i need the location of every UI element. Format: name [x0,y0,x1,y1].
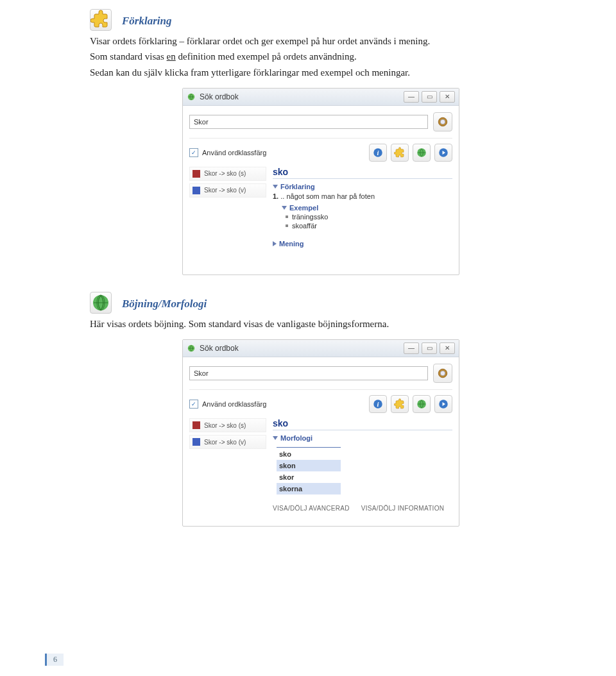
color-swatch [193,187,200,194]
play-icon-button[interactable] [434,144,452,162]
exempel-label: Exempel [289,204,318,212]
headword: sko [273,418,452,430]
search-input[interactable] [189,366,428,380]
matches-list: Skor -> sko (s) Skor -> sko (v) [189,167,266,267]
toggle-information-link[interactable]: VISA/DÖLJ INFORMATION [361,505,444,512]
match-item[interactable]: Skor -> sko (v) [189,183,266,198]
exempel-header[interactable]: Exempel [282,204,452,212]
app-window-forklaring: Sök ordbok — ▭ ✕ ✓ Använd ordklassfärg [182,88,459,275]
search-button[interactable] [433,112,452,131]
section2-desc: Här visas ordets böjning. Som standard v… [90,317,552,330]
maximize-button[interactable]: ▭ [422,342,437,354]
match-text: Skor -> sko (v) [204,187,246,194]
morph-row: skorna [277,483,341,494]
toggle-advanced-link[interactable]: VISA/DÖLJ AVANCERAD [273,505,350,512]
titlebar: Sök ordbok — ▭ ✕ [183,89,459,106]
match-text: Skor -> sko (s) [204,170,246,177]
divider [189,389,452,390]
morph-row: sko [277,447,341,460]
match-text: Skor -> sko (v) [204,439,246,446]
text: definition med exempel på ordets användn… [176,51,357,62]
use-color-label: Använd ordklassfärg [202,149,266,156]
text-underline: en [167,51,176,62]
titlebar: Sök ordbok — ▭ ✕ [183,340,459,357]
search-input[interactable] [189,115,428,129]
morph-row: skor [277,471,341,483]
chevron-down-icon [282,206,287,210]
divider [189,138,452,139]
def-text: .. något som man har på foten [280,192,375,200]
app-icon [187,92,196,101]
close-button[interactable]: ✕ [440,91,455,103]
chevron-right-icon [273,241,277,246]
play-icon-button[interactable] [434,395,452,413]
chevron-down-icon [273,436,278,440]
window-title: Sök ordbok [200,344,239,353]
app-icon [187,344,196,353]
morphology-table: sko skon skor skorna [277,447,341,494]
search-button[interactable] [433,364,452,383]
use-color-checkbox[interactable]: ✓ [189,148,198,157]
definition-line: 1. .. något som man har på foten [273,192,452,200]
color-swatch [193,421,200,429]
app-window-morfologi: Sök ordbok — ▭ ✕ ✓ Använd ordklassfärg [182,339,459,527]
minimize-button[interactable]: — [404,342,419,354]
section1-desc2: Som standard visas en definition med exe… [90,50,552,63]
match-text: Skor -> sko (s) [204,422,246,429]
forklaring-header[interactable]: Förklaring [273,183,452,190]
page-number: 6 [45,654,64,666]
mening-header[interactable]: Mening [273,240,452,248]
section1-desc1: Visar ordets förklaring – förklarar orde… [90,35,552,47]
match-item[interactable]: Skor -> sko (s) [189,167,266,181]
example-item: skoaffär [286,222,452,230]
minimize-button[interactable]: — [404,91,419,103]
section1-desc3: Sedan kan du själv klicka fram ytterliga… [90,66,552,79]
globe-icon-button[interactable] [413,395,431,413]
section2-heading: Böjning/Morfologi [122,298,207,310]
matches-list: Skor -> sko (s) Skor -> sko (v) [189,418,266,518]
use-color-checkbox[interactable]: ✓ [189,400,198,409]
mening-label: Mening [279,240,304,248]
forklaring-label: Förklaring [280,183,315,190]
text: Som standard visas [90,51,167,62]
match-item[interactable]: Skor -> sko (v) [189,435,266,449]
puzzle-icon-button[interactable] [391,395,409,413]
maximize-button[interactable]: ▭ [422,91,437,103]
svg-point-2 [440,119,445,124]
close-button[interactable]: ✕ [440,342,455,354]
puzzle-icon [90,9,112,31]
window-title: Sök ordbok [200,92,239,101]
use-color-label: Använd ordklassfärg [202,400,266,408]
svg-text:i: i [377,401,379,408]
match-item[interactable]: Skor -> sko (s) [189,418,266,432]
globe-icon [90,292,112,314]
color-swatch [193,438,200,446]
def-number: 1. [273,192,278,200]
morph-row: skon [277,460,341,471]
globe-icon-button[interactable] [413,144,431,162]
example-item: träningssko [286,213,452,221]
chevron-down-icon [273,185,278,189]
section1-heading: Förklaring [122,15,171,27]
morfologi-header[interactable]: Morfologi [273,434,452,442]
morfologi-label: Morfologi [280,434,312,442]
svg-text:i: i [377,149,379,156]
info-icon-button[interactable]: i [369,144,387,162]
puzzle-icon-button[interactable] [391,144,409,162]
headword: sko [273,167,452,179]
svg-point-11 [440,371,445,376]
info-icon-button[interactable]: i [369,395,387,413]
color-swatch [193,170,200,178]
